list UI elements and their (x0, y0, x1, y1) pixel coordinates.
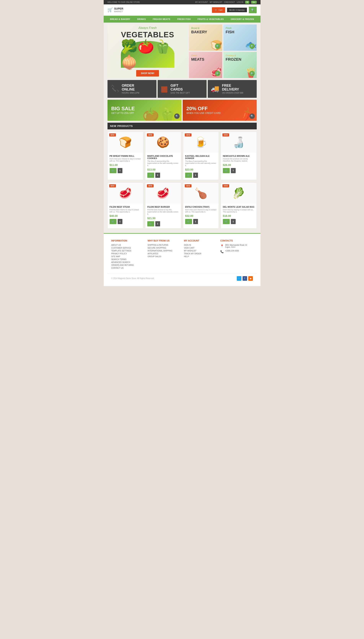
rss-icon[interactable]: ◉ (248, 276, 253, 281)
top-bar: WELCOME TO OUR ONLINE STORE MY ACCOUNT M… (104, 0, 260, 5)
promo-order-sub: HOURS: 8AM-11PM (122, 92, 140, 94)
add-to-cart-3[interactable]: 🛒 (223, 168, 230, 173)
add-to-cart-6[interactable]: 🛒 (185, 219, 192, 224)
sale-banner-credit[interactable]: 20% OFF WHEN YOU USE CREDIT CARD 🌶️ 🔍 (183, 100, 257, 121)
language-button[interactable]: En (251, 1, 256, 4)
footer-privacy-policy[interactable]: PRIVACY POLICY (111, 253, 144, 255)
footer-secure-shopping[interactable]: SECURE SHOPPING (148, 247, 180, 249)
location-icon: 📍 (220, 244, 224, 247)
header: 🛒 SUPER MARKET 🛒 Cart $0.00 / 0 item(s) … (104, 5, 260, 16)
product-price-3: $26.00 (223, 163, 254, 167)
fish-title: FISH (226, 30, 234, 34)
hero-image: 🥦🍅🫑🧅 (121, 41, 174, 68)
promo-order-online[interactable]: 📞 ORDERONLINE HOURS: 8AM-11PM (108, 80, 156, 98)
product-info-0[interactable]: ℹ (118, 168, 122, 173)
login-link[interactable]: LOG IN (237, 1, 243, 3)
product-info-7[interactable]: ℹ (231, 219, 236, 224)
twitter-icon[interactable]: 🐦 (237, 276, 242, 281)
meats-title: MEATS (191, 57, 204, 62)
product-info-1[interactable]: ℹ (155, 173, 160, 178)
add-to-cart-0[interactable]: 🛒 (110, 168, 116, 173)
fish-search-icon[interactable]: 🔍 (250, 44, 255, 49)
product-name-3: NEWCASTLE BROWN ALE (223, 155, 254, 157)
shop-now-button[interactable]: SHOP NOW! (136, 70, 159, 77)
product-card-2: NEW 🍺 KASTEEL BELGIAN ALE DONKER The ide… (183, 132, 219, 180)
product-price-1: $13.00 (147, 168, 179, 171)
footer-search-terms[interactable]: SEARCH TERMS (111, 258, 144, 260)
frozen-search-icon[interactable]: 🔍 (250, 71, 255, 76)
footer-customer-service[interactable]: CUSTOMER SERVICE (111, 247, 144, 249)
product-info-6[interactable]: ℹ (193, 219, 198, 224)
nav-fruits-vegetables[interactable]: FRUITS & VEGETABLES (194, 16, 227, 23)
product-name-1: MARYLAND CHOCOLATE COOKIES (147, 155, 179, 159)
currency-button[interactable]: $ (245, 1, 250, 4)
fish-subtitle: Fresh (226, 27, 232, 30)
facebook-icon[interactable]: f (242, 276, 247, 281)
contact-address: 📍 3901 Marinaside Road, El Cajon, CA 4 (220, 244, 253, 248)
footer-template-settings[interactable]: TEMPLATE SETTINGS (111, 250, 144, 252)
footer-orders-returns[interactable]: ORDERS AND RETURNS (111, 264, 144, 266)
promo-gift-title: GIFTCARDS (170, 84, 190, 92)
frozen-subtitle: Grocery & (226, 54, 236, 57)
hero-card-meats[interactable]: Fresh MEATS 🥩 🔍 (189, 52, 222, 78)
product-desc-0: Don't miss your chance to stay in contac… (110, 158, 141, 162)
footer-sign-in[interactable]: SIGN IN (184, 244, 216, 246)
hero-card-fish[interactable]: Fresh FISH 🐟 🔍 (224, 25, 257, 51)
product-badge-7: NEW (222, 184, 229, 187)
footer-group-sales[interactable]: GROUP SALES (148, 256, 180, 258)
checkout-link[interactable]: CHECKOUT (224, 1, 235, 3)
footer-my-wishlist[interactable]: MY WISHLIST (184, 250, 216, 252)
hero-subtitle: Always Fresh (138, 26, 157, 30)
big-sale-sub: GET UP TO 25% OFF (111, 112, 135, 115)
nav-bread-bakery[interactable]: BREAD & BAKERY (106, 16, 134, 23)
add-to-cart-1[interactable]: 🛒 (147, 173, 154, 178)
contact-phone: 📞 +1800.234.4356 (220, 250, 253, 253)
credit-sale-search-icon[interactable]: 🔍 (250, 114, 255, 119)
nav-fresh-meats[interactable]: FREASH MEATS (149, 16, 174, 23)
sale-banner-big-sale[interactable]: BIG SALE GET UP TO 25% OFF 🍅🫑 🔍 (108, 100, 182, 121)
footer-advanced-search[interactable]: ADVANCED SEARCH (111, 261, 144, 263)
main-nav: BREAD & BAKERY DRINKS FREASH MEATS FRESH… (104, 16, 260, 23)
add-to-cart-7[interactable]: 🛒 (223, 219, 230, 224)
footer-international-shipping[interactable]: INTERNATIONAL SHIPPING (148, 250, 180, 252)
meats-search-icon[interactable]: 🔍 (215, 71, 220, 76)
footer-affiliates[interactable]: AFFILIATES (148, 253, 180, 255)
frozen-title: FROZEN (226, 57, 242, 62)
product-card-0: NEW 🍞 PB WHEAT PANINI ROLL Don't miss yo… (108, 132, 144, 180)
footer-site-map[interactable]: SITE MAP (111, 256, 144, 258)
product-info-3[interactable]: ℹ (231, 168, 236, 173)
my-account-link[interactable]: MY ACCOUNT (195, 1, 208, 3)
nav-drinks[interactable]: DRINKS (134, 16, 149, 23)
add-to-cart-2[interactable]: 🛒 (185, 173, 192, 178)
my-wishlist-link[interactable]: MY WISHLIST (210, 1, 222, 3)
phone-contact-icon: 📞 (220, 250, 224, 253)
product-info-2[interactable]: ℹ (193, 173, 198, 178)
hero-card-bakery[interactable]: Bread & BAKERY 🍞 🔍 (189, 25, 222, 51)
qr-icon: ▦ (161, 84, 168, 93)
add-to-cart-5[interactable]: 🛒 (147, 221, 154, 226)
product-info-4[interactable]: ℹ (118, 219, 122, 224)
footer-track-order[interactable]: TRACK MY ORDER (184, 253, 216, 255)
social-icons: 🐦 f ◉ (237, 276, 253, 281)
big-sale-search-icon[interactable]: 🔍 (174, 114, 180, 119)
footer-shipping-returns[interactable]: SHIPPING & RETURNS (148, 244, 180, 246)
top-bar-right: MY ACCOUNT MY WISHLIST CHECKOUT LOG IN $… (195, 1, 256, 4)
product-info-5[interactable]: ℹ (155, 221, 160, 226)
meats-subtitle: Fresh (191, 54, 197, 57)
footer-about-us[interactable]: ABOUT US (111, 244, 144, 246)
nav-grocery-frozen[interactable]: GROCERY & FROZEN (227, 16, 258, 23)
footer-view-cart[interactable]: VIEW CART (184, 247, 216, 249)
logo[interactable]: 🛒 SUPER MARKET (108, 7, 123, 13)
hero-main: Always Fresh VEGETABLES 🥦🍅🫑🧅 SHOP NOW! (108, 25, 188, 78)
promo-free-delivery[interactable]: 🚚 FREEDELIVERY ON ORDERS OVER $99 (208, 80, 257, 98)
search-button[interactable]: 🔍 (249, 7, 257, 13)
footer-help[interactable]: HELP (184, 256, 216, 258)
product-price-0: $11.00 (110, 163, 141, 167)
hero-card-frozen[interactable]: Grocery & FROZEN 🍟 🔍 (224, 52, 257, 78)
bakery-search-icon[interactable]: 🔍 (215, 44, 220, 49)
promo-gift-cards[interactable]: ▦ GIFTCARDS GIVE THE BEST GIFT (158, 80, 206, 98)
add-to-cart-4[interactable]: 🛒 (110, 219, 116, 224)
footer-contact-us[interactable]: CONTACT US (111, 267, 144, 269)
nav-fresh-fish[interactable]: FRESH FISH (174, 16, 194, 23)
cart-button[interactable]: 🛒 Cart (212, 7, 225, 13)
